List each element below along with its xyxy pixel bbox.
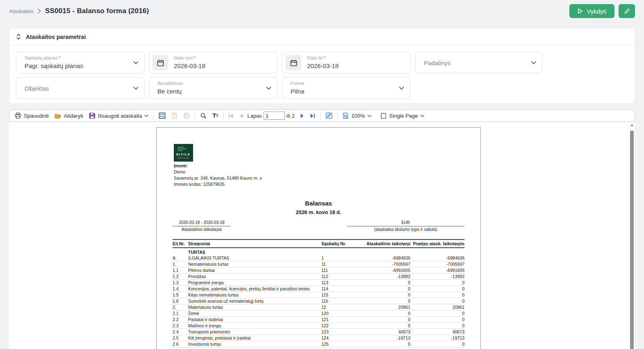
field-saskaitu-planas[interactable]: Sąskaitų planas* Pagr. sąskaitų planas <box>16 52 145 73</box>
table-cell-nr: 1.3 <box>173 280 188 285</box>
table-cell-nr: 1.1 <box>173 268 188 273</box>
table-cell-nr: 2.4 <box>173 329 188 334</box>
table-cell-prev: 0 <box>410 292 464 297</box>
table-cell-cur: 40673 <box>366 329 410 334</box>
edit-button[interactable] <box>619 4 635 18</box>
save-report-button[interactable]: Išsaugoti ataskaita <box>86 111 152 121</box>
table-cell-name: ILGALAIKIS TURTAS <box>188 255 321 260</box>
last-page-icon <box>310 113 315 119</box>
field-objektas[interactable]: Objektas <box>16 77 145 99</box>
table-cell-name: Materialusis turtas <box>188 305 321 310</box>
parameters-panel-button[interactable] <box>156 111 168 121</box>
calendar-icon[interactable] <box>286 55 301 71</box>
last-page-button[interactable] <box>307 111 318 121</box>
table-cell-prev: 0 <box>410 286 464 291</box>
table-cell-name: Kitas nematerialusis turtas <box>188 292 321 297</box>
params-fields: Sąskaitų planas* Pagr. sąskaitų planas D… <box>9 46 635 103</box>
chevron-down-icon <box>266 87 271 90</box>
currency-value: EUR <box>347 220 464 226</box>
table-header-nr: Eil.Nr. <box>173 241 188 246</box>
print-button[interactable]: Spausdinti <box>12 111 52 121</box>
chevron-right-icon <box>38 9 41 14</box>
paste-button[interactable]: ? <box>168 111 180 121</box>
table-row: TURTAS <box>173 248 464 255</box>
prev-page-icon <box>239 113 243 119</box>
calendar-icon[interactable] <box>152 55 168 71</box>
company-code: Įmonės kodas: 125879635 <box>174 181 262 187</box>
table-cell-prev: 0 <box>410 311 464 316</box>
balance-table: Eil.Nr. Straipsniai Sąskaitų Nr. Ataskai… <box>173 239 464 347</box>
company-info: Įmonė: Demo Savanorių pr. 349, Kaunas, 5… <box>174 163 262 187</box>
run-button[interactable]: Vykdyti <box>569 4 614 18</box>
print-label: Spausdinti <box>24 113 49 119</box>
table-cell-cur: 0 <box>366 317 410 322</box>
scrollbar-thumb[interactable] <box>630 130 634 349</box>
table-cell-prev: 0 <box>410 280 464 285</box>
zoom-select[interactable]: 100% <box>340 111 374 121</box>
save-label: Išsaugoti ataskaita <box>98 113 142 119</box>
copy-button[interactable] <box>180 111 193 121</box>
table-cell-cur: -7005597 <box>366 262 410 267</box>
table-header-row: Eil.Nr. Straipsniai Sąskaitų Nr. Ataskai… <box>173 239 464 248</box>
table-row: A.ILGALAIKIS TURTAS1-6984636-6984636 <box>173 255 464 261</box>
field-data-nuo[interactable]: Data nuo* 2026-03-18 <box>149 52 278 73</box>
next-page-button[interactable] <box>297 111 307 121</box>
collapse-icon[interactable] <box>16 33 21 40</box>
search-button[interactable] <box>197 111 209 121</box>
required-asterisk: * <box>59 55 60 60</box>
table-cell-nr: 2.5 <box>173 335 188 340</box>
table-cell-prev: -6984636 <box>410 255 464 260</box>
table-cell-prev: -7005597 <box>410 262 464 267</box>
balance-table-body: TURTASA.ILGALAIKIS TURTAS1-6984636-69846… <box>173 248 464 347</box>
field-apvalinimas[interactable]: Apvalinimas Be centų <box>149 77 278 99</box>
logo-bars-icon <box>177 147 187 152</box>
zoom-page-icon <box>343 112 349 119</box>
text-tool-icon: TT <box>212 112 218 119</box>
field-value: Pagr. sąskaitų planas <box>25 62 83 69</box>
table-row: 2.6Investicinis turtas12500 <box>173 341 464 347</box>
table-cell-cur: 0 <box>366 280 410 285</box>
company-label: Įmonė: <box>174 163 262 169</box>
table-cell-prev: -13992 <box>410 274 464 279</box>
open-label: Atidaryti <box>64 113 83 119</box>
table-row: 1.5Kitas nematerialusis turtas11500 <box>173 292 464 298</box>
table-cell-name: Sumokėti avansai už nematerialųjį turtą <box>188 299 321 303</box>
table-header-current: Ataskaitinis laikotarpis <box>366 241 410 246</box>
table-cell-prev: -6991605 <box>410 268 464 273</box>
table-cell-acc: 11 <box>321 262 366 267</box>
table-cell-acc: 123 <box>321 329 366 334</box>
page-label: Lapas <box>247 113 262 119</box>
prev-page-button[interactable] <box>237 111 246 121</box>
first-page-button[interactable] <box>225 111 237 121</box>
currency-label: (ataskaitos tikslumo lygis ir valiuta) <box>347 226 464 232</box>
breadcrumb-parent[interactable]: Ataskaitos <box>9 8 34 14</box>
table-cell-acc: 114 <box>321 286 366 291</box>
table-cell-acc: 121 <box>321 317 366 322</box>
svg-text:?: ? <box>174 114 176 118</box>
table-header-name: Straipsniai <box>188 241 321 246</box>
top-header: Ataskaitos SS0015 - Balanso forma (2016)… <box>0 0 644 23</box>
header-actions: Vykdyti <box>569 4 635 18</box>
table-row: 2.5Kiti įrenginiai, prietaisai ir įranki… <box>173 335 464 341</box>
open-button[interactable]: Atidaryti <box>52 111 86 121</box>
scroll-up-button[interactable] <box>629 124 635 126</box>
table-cell-prev: 0 <box>410 323 464 328</box>
table-cell-cur: 0 <box>366 299 410 303</box>
field-padalinys[interactable]: Padalinys <box>415 52 542 73</box>
table-cell-acc: 1 <box>321 255 366 260</box>
vertical-scrollbar[interactable] <box>629 122 635 349</box>
currency-block: EUR (ataskaitos tikslumo lygis ir valiut… <box>347 220 464 232</box>
table-cell-name: TURTAS <box>188 250 321 255</box>
text-tool-button[interactable]: TT <box>209 111 221 121</box>
period-block: 2026-03-18 - 2026-03-18 Ataskaitinis lai… <box>173 220 231 232</box>
page-input[interactable] <box>264 112 285 120</box>
params-header[interactable]: Ataskaitos parametrai <box>9 28 635 46</box>
required-asterisk: * <box>323 55 325 60</box>
view-mode-select[interactable]: Single Page <box>378 111 427 121</box>
field-label: Data iki <box>307 55 323 60</box>
field-placeholder: Padalinys <box>424 59 451 66</box>
table-cell-prev: -19713 <box>410 335 464 340</box>
fullscreen-button[interactable] <box>323 111 335 121</box>
field-data-iki[interactable]: Data iki* 2026-03-18 <box>282 52 410 73</box>
field-forma[interactable]: Forma Pilna <box>282 77 410 99</box>
